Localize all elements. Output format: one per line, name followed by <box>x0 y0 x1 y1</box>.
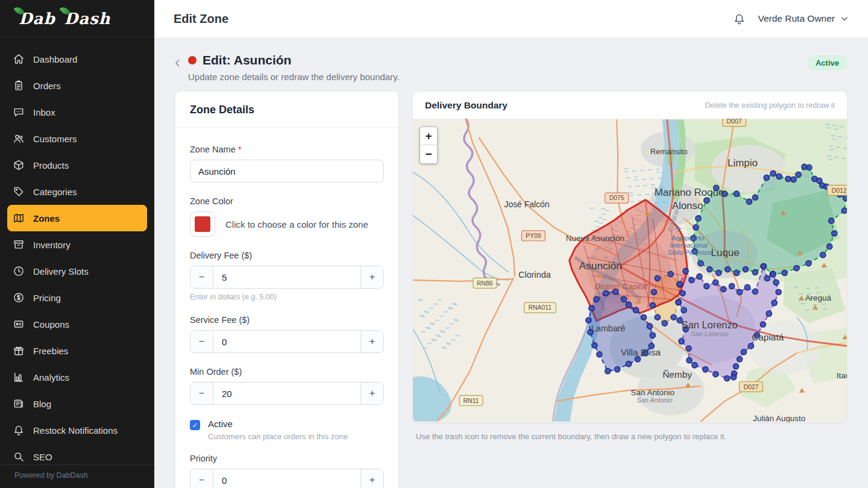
polygon-vertex-handle[interactable] <box>766 311 772 316</box>
polygon-vertex-handle[interactable] <box>594 296 599 302</box>
polygon-vertex-handle[interactable] <box>761 263 766 269</box>
polygon-vertex-handle[interactable] <box>681 307 687 313</box>
polygon-vertex-handle[interactable] <box>764 275 770 281</box>
polygon-vertex-handle[interactable] <box>807 164 812 170</box>
polygon-vertex-handle[interactable] <box>676 299 681 305</box>
polygon-vertex-handle[interactable] <box>693 225 699 230</box>
polygon-vertex-handle[interactable] <box>770 170 776 176</box>
color-picker-button[interactable] <box>190 211 215 237</box>
polygon-vertex-handle[interactable] <box>689 277 694 283</box>
polygon-vertex-handle[interactable] <box>704 198 709 203</box>
polygon-vertex-handle[interactable] <box>704 283 709 289</box>
priority-decrement-button[interactable]: − <box>190 469 213 488</box>
polygon-vertex-handle[interactable] <box>746 199 752 204</box>
polygon-vertex-handle[interactable] <box>737 289 742 295</box>
polygon-vertex-handle[interactable] <box>687 358 692 363</box>
polygon-vertex-handle[interactable] <box>744 284 750 290</box>
priority-input[interactable]: 0 <box>213 469 360 488</box>
sidebar-item-delivery-slots[interactable]: Delivery Slots <box>7 258 147 284</box>
polygon-vertex-handle[interactable] <box>770 271 776 277</box>
polygon-vertex-handle[interactable] <box>734 191 739 196</box>
polygon-vertex-handle[interactable] <box>680 290 685 296</box>
polygon-vertex-handle[interactable] <box>626 302 631 307</box>
polygon-vertex-handle[interactable] <box>776 174 782 179</box>
polygon-vertex-handle[interactable] <box>752 269 758 275</box>
polygon-vertex-handle[interactable] <box>615 367 620 372</box>
polygon-vertex-handle[interactable] <box>743 266 748 272</box>
sidebar-item-customers[interactable]: Customers <box>7 125 147 152</box>
delivery-fee-decrement-button[interactable]: − <box>190 266 213 288</box>
sidebar-item-orders[interactable]: Orders <box>7 72 147 99</box>
polygon-vertex-handle[interactable] <box>713 371 719 377</box>
min-order-increment-button[interactable]: + <box>360 383 383 404</box>
delivery-fee-input[interactable]: 5 <box>213 266 360 288</box>
polygon-vertex-handle[interactable] <box>843 195 847 201</box>
polygon-vertex-handle[interactable] <box>686 346 691 351</box>
polygon-vertex-handle[interactable] <box>748 343 753 349</box>
priority-increment-button[interactable]: + <box>360 469 383 488</box>
map-svg[interactable]: ✈D075PY09RN86RNA011RN11D027D012D007Reman… <box>413 119 847 422</box>
sidebar-item-coupons[interactable]: Coupons <box>7 311 147 337</box>
sidebar-item-zones[interactable]: Zones <box>7 205 147 231</box>
app-logo[interactable]: Dab Dash <box>0 0 154 37</box>
sidebar-item-seo[interactable]: SEO <box>7 443 147 465</box>
polygon-vertex-handle[interactable] <box>721 286 726 292</box>
min-order-decrement-button[interactable]: − <box>190 383 213 404</box>
polygon-vertex-handle[interactable] <box>603 290 609 296</box>
back-chevron[interactable]: ‹ <box>175 55 180 69</box>
polygon-vertex-handle[interactable] <box>633 307 638 313</box>
sidebar-item-pricing[interactable]: Pricing <box>7 284 147 311</box>
polygon-vertex-handle[interactable] <box>752 195 758 200</box>
user-menu[interactable]: Verde Ruta Owner <box>758 13 849 24</box>
polygon-vertex-handle[interactable] <box>772 300 777 305</box>
service-fee-decrement-button[interactable]: − <box>190 331 213 352</box>
polygon-vertex-handle[interactable] <box>760 322 766 327</box>
polygon-vertex-handle[interactable] <box>827 244 832 249</box>
notification-bell-icon[interactable] <box>733 13 746 25</box>
sidebar-item-restock-notifications[interactable]: Restock Notifications <box>7 417 147 443</box>
polygon-vertex-handle[interactable] <box>791 177 796 182</box>
polygon-vertex-handle[interactable] <box>832 231 837 236</box>
polygon-vertex-handle[interactable] <box>741 349 746 355</box>
polygon-vertex-handle[interactable] <box>716 270 722 275</box>
polygon-vertex-handle[interactable] <box>679 339 684 344</box>
service-fee-input[interactable]: 0 <box>213 331 360 352</box>
polygon-vertex-handle[interactable] <box>697 274 702 279</box>
polygon-vertex-handle[interactable] <box>725 375 730 381</box>
delivery-fee-increment-button[interactable]: + <box>360 266 383 288</box>
polygon-vertex-handle[interactable] <box>713 280 719 285</box>
zoom-in-button[interactable]: + <box>420 127 437 145</box>
polygon-vertex-handle[interactable] <box>655 314 660 320</box>
polygon-vertex-handle[interactable] <box>731 374 736 380</box>
polygon-vertex-handle[interactable] <box>650 302 655 308</box>
polygon-vertex-handle[interactable] <box>729 283 734 289</box>
polygon-vertex-handle[interactable] <box>621 296 626 302</box>
polygon-vertex-handle[interactable] <box>820 252 826 258</box>
sidebar-item-freebies[interactable]: Freebies <box>7 337 147 364</box>
polygon-vertex-handle[interactable] <box>692 363 697 368</box>
polygon-vertex-handle[interactable] <box>662 321 667 326</box>
polygon-vertex-handle[interactable] <box>655 275 660 281</box>
polygon-vertex-handle[interactable] <box>668 271 673 277</box>
polygon-vertex-handle[interactable] <box>829 218 834 224</box>
active-checkbox[interactable]: ✓ <box>190 420 200 430</box>
polygon-vertex-handle[interactable] <box>737 357 742 362</box>
polygon-vertex-handle[interactable] <box>626 361 631 367</box>
polygon-vertex-handle[interactable] <box>734 270 739 275</box>
sidebar-item-dashboard[interactable]: Dashboard <box>7 46 147 72</box>
polygon-vertex-handle[interactable] <box>589 305 594 311</box>
polygon-vertex-handle[interactable] <box>764 175 769 180</box>
polygon-vertex-handle[interactable] <box>647 324 652 329</box>
polygon-vertex-handle[interactable] <box>733 364 738 369</box>
sidebar-item-analytics[interactable]: Analytics <box>7 364 147 390</box>
polygon-vertex-handle[interactable] <box>597 352 602 357</box>
polygon-vertex-handle[interactable] <box>671 314 676 320</box>
sidebar-item-categories[interactable]: Categories <box>7 178 147 205</box>
service-fee-increment-button[interactable]: + <box>360 331 383 352</box>
polygon-vertex-handle[interactable] <box>785 176 791 181</box>
polygon-vertex-handle[interactable] <box>752 289 758 294</box>
polygon-vertex-handle[interactable] <box>703 367 708 372</box>
polygon-vertex-handle[interactable] <box>776 289 781 295</box>
polygon-vertex-handle[interactable] <box>773 280 779 285</box>
zone-name-input[interactable]: Asunción <box>190 160 384 183</box>
